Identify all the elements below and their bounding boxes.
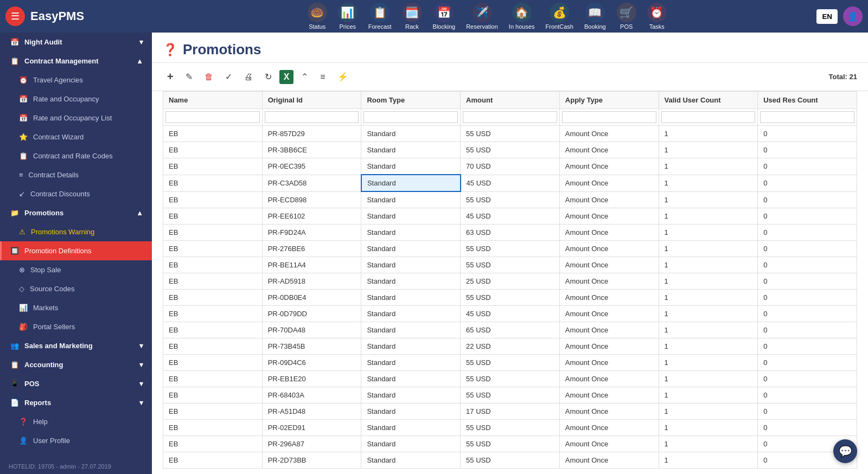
- cell-valid_user_count: 1: [659, 420, 758, 436]
- filter-original-id[interactable]: [265, 111, 359, 123]
- sidebar-item-pos[interactable]: 📱POS▾: [0, 374, 152, 393]
- chevron-icon: ▾: [139, 38, 143, 46]
- sidebar-item-promotions[interactable]: 📁Promotions▲: [0, 203, 152, 222]
- chevron-icon: ▲: [136, 57, 143, 65]
- sidebar-item-rate-and-occupancy[interactable]: 📅Rate and Occupancy: [0, 89, 152, 108]
- table-row[interactable]: EBPR-A51D48Standard17 USDAmount Once10: [163, 403, 857, 420]
- table-row[interactable]: EBPR-68403AStandard55 USDAmount Once10: [163, 387, 857, 403]
- sidebar-item-reports[interactable]: 📄Reports▾: [0, 393, 152, 412]
- table-row[interactable]: EBPR-BE11A4Standard55 USDAmount Once10: [163, 257, 857, 273]
- sidebar-item-portal-sellers[interactable]: 🎒Portal Sellers: [0, 317, 152, 336]
- table-row[interactable]: EBPR-296A87Standard55 USDAmount Once10: [163, 436, 857, 452]
- filter-used-res-count[interactable]: [760, 111, 854, 123]
- excel-button[interactable]: X​​: [279, 70, 294, 84]
- table-row[interactable]: EBPR-02ED91Standard55 USDAmount Once10: [163, 420, 857, 436]
- filter-apply-type[interactable]: [562, 111, 656, 123]
- cell-room_type: Standard: [361, 290, 461, 306]
- sidebar-item-stop-sale[interactable]: ⊗Stop Sale: [0, 260, 152, 279]
- lightning-button[interactable]: ⚡: [333, 68, 353, 85]
- table-row[interactable]: EBPR-2D73BBStandard55 USDAmount Once10: [163, 452, 857, 469]
- nav-icon-rack[interactable]: 🗓️Rack: [403, 3, 422, 30]
- nav-icon-in-houses[interactable]: 🏠In houses: [509, 3, 535, 30]
- user-button[interactable]: 👤: [843, 7, 863, 26]
- delete-button[interactable]: 🗑: [200, 69, 218, 85]
- print-button[interactable]: 🖨: [240, 69, 257, 85]
- table-row[interactable]: EBPR-0DB0E4Standard55 USDAmount Once10: [163, 290, 857, 306]
- filter-amount[interactable]: [463, 111, 557, 123]
- filter-room-type[interactable]: [363, 111, 458, 123]
- sidebar-item-promotion-definitions[interactable]: 🔲Promotion Definitions: [0, 241, 152, 260]
- menu-button[interactable]: ≡: [316, 69, 329, 85]
- sidebar-item-accounting[interactable]: 📋Accounting▾: [0, 355, 152, 374]
- cell-apply_type: Amount Once: [559, 158, 659, 175]
- chat-bubble[interactable]: 💬: [833, 439, 857, 463]
- cell-used_res_count: 0: [758, 371, 857, 387]
- filter-name[interactable]: [165, 111, 260, 123]
- table-row[interactable]: EBPR-AD5918Standard25 USDAmount Once10: [163, 273, 857, 290]
- sidebar-item-help[interactable]: ❓Help: [0, 412, 152, 431]
- nav-icon-frontcash[interactable]: 💰FrontCash: [546, 3, 573, 30]
- nav-icon-blocking[interactable]: 📅Blocking: [433, 3, 456, 30]
- sidebar-item-contract-and-rate-codes[interactable]: 📋Contract and Rate Codes: [0, 146, 152, 165]
- table-row[interactable]: EBPR-F9D24AStandard63 USDAmount Once10: [163, 225, 857, 241]
- table-row[interactable]: EBPR-276BE6Standard55 USDAmount Once10: [163, 241, 857, 257]
- nav-icon-prices[interactable]: 📊Prices: [338, 3, 358, 30]
- language-button[interactable]: EN: [816, 9, 838, 24]
- cell-original_id: PR-857D29: [262, 126, 361, 142]
- cell-apply_type: Amount Once: [559, 241, 659, 257]
- sidebar-item-contract-management[interactable]: 📋Contract Management▲: [0, 52, 152, 71]
- nav-icon-tasks[interactable]: ⏰Tasks: [647, 3, 667, 30]
- table-row[interactable]: EBPR-70DA48Standard65 USDAmount Once10: [163, 322, 857, 338]
- add-button[interactable]: +: [163, 67, 178, 86]
- sidebar-item-promotions-warning[interactable]: ⚠Promotions Warning: [0, 222, 152, 241]
- cell-room_type: Standard: [361, 355, 461, 371]
- edit-button[interactable]: ✎: [181, 68, 197, 85]
- table-row[interactable]: EBPR-C3AD58Standard45 USDAmount Once10: [163, 175, 857, 191]
- collapse-button[interactable]: ⌃: [297, 68, 312, 85]
- table-row[interactable]: EBPR-09D4C6Standard55 USDAmount Once10: [163, 355, 857, 371]
- table-row[interactable]: EBPR-ECD898Standard55 USDAmount Once10: [163, 191, 857, 208]
- cell-original_id: PR-73B45B: [262, 338, 361, 355]
- cell-amount: 55 USD: [461, 126, 560, 142]
- sidebar-item-travel-agencies[interactable]: ⏰Travel Agencies: [0, 71, 152, 89]
- sidebar-item-markets[interactable]: 📊Markets: [0, 298, 152, 317]
- nav-icon-booking[interactable]: 📖Booking: [584, 3, 606, 30]
- cell-original_id: PR-BE11A4: [262, 257, 361, 273]
- sidebar-item-contract-wizard[interactable]: ⭐Contract Wizard: [0, 127, 152, 146]
- refresh-button[interactable]: ↻: [260, 68, 276, 85]
- table-container: NameOriginal IdRoom TypeAmountApply Type…: [152, 91, 868, 474]
- cell-used_res_count: 0: [758, 355, 857, 371]
- cell-room_type: Standard: [361, 158, 461, 175]
- table-row[interactable]: EBPR-EE6102Standard45 USDAmount Once10: [163, 208, 857, 225]
- sidebar-item-source-codes[interactable]: ◇Source Codes: [0, 279, 152, 298]
- nav-icon-forecast[interactable]: 📋Forecast: [368, 3, 392, 30]
- filter-valid-user-count[interactable]: [661, 111, 756, 123]
- cell-amount: 45 USD: [461, 208, 560, 225]
- table-row[interactable]: EBPR-0EC395Standard70 USDAmount Once10: [163, 158, 857, 175]
- cell-used_res_count: 0: [758, 142, 857, 158]
- table-row[interactable]: EBPR-857D29Standard55 USDAmount Once10: [163, 126, 857, 142]
- table-row[interactable]: EBPR-EB1E20Standard55 USDAmount Once10: [163, 371, 857, 387]
- cell-apply_type: Amount Once: [559, 273, 659, 290]
- nav-icon-status[interactable]: 🍩Status: [308, 3, 327, 30]
- hamburger-button[interactable]: ☰: [5, 7, 25, 26]
- cell-used_res_count: 0: [758, 191, 857, 208]
- cell-room_type: Standard: [361, 403, 461, 420]
- sidebar-item-night-audit[interactable]: 📅Night Audit▾: [0, 33, 152, 52]
- sidebar-item-sales-and-marketing[interactable]: 👥Sales and Marketing▾: [0, 336, 152, 355]
- sidebar-item-user-profile[interactable]: 👤User Profile: [0, 431, 152, 450]
- table-row[interactable]: EBPR-73B45BStandard22 USDAmount Once10: [163, 338, 857, 355]
- nav-icon-reservation[interactable]: ✈️Reservation: [466, 3, 498, 30]
- cell-original_id: PR-EE6102: [262, 208, 361, 225]
- nav-icon-pos[interactable]: 🛒POS: [617, 3, 636, 30]
- table-row[interactable]: EBPR-0D79DDStandard45 USDAmount Once10: [163, 306, 857, 322]
- confirm-button[interactable]: ✓: [221, 68, 237, 85]
- cell-apply_type: Amount Once: [559, 225, 659, 241]
- cell-name: EB: [163, 225, 263, 241]
- sidebar-item-contract-details[interactable]: ≡Contract Details: [0, 165, 152, 184]
- table-row[interactable]: EBPR-3BB6CEStandard55 USDAmount Once10: [163, 142, 857, 158]
- sub-icon: 📋: [19, 152, 28, 160]
- sidebar-item-rate-and-occupancy-list[interactable]: 📅Rate and Occupancy List: [0, 108, 152, 127]
- page-help-icon[interactable]: ❓: [163, 43, 177, 57]
- sidebar-item-contract-discounts[interactable]: ↙Contract Discounts: [0, 184, 152, 203]
